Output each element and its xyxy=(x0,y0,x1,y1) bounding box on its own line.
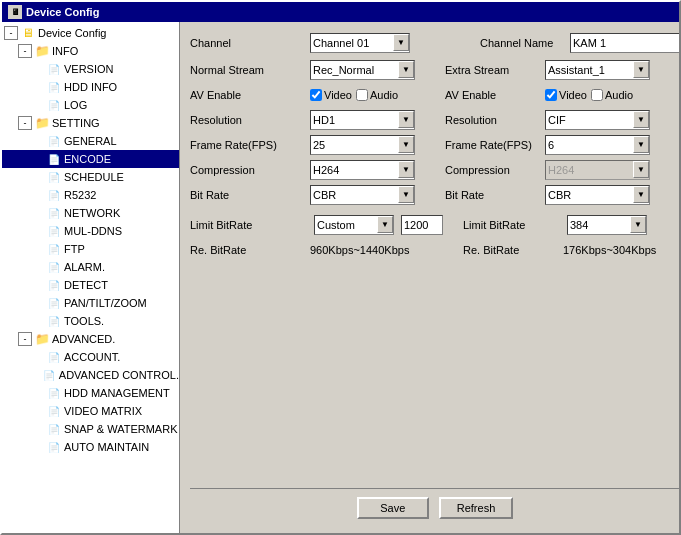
video-label: Video xyxy=(324,89,352,101)
video-right-checkbox[interactable] xyxy=(545,89,557,101)
video-checkbox-label[interactable]: Video xyxy=(310,89,352,101)
sidebar-item-hdd-management[interactable]: 📄 HDD MANAGEMENT xyxy=(2,384,179,402)
sidebar-label-encode: ENCODE xyxy=(64,153,111,165)
sidebar-item-snap-watermark[interactable]: 📄 SNAP & WATERMARK xyxy=(2,420,179,438)
sidebar-item-encode[interactable]: 📄 ENCODE xyxy=(2,150,179,168)
sidebar-item-mul-ddns[interactable]: 📄 MUL-DDNS xyxy=(2,222,179,240)
sidebar-item-version[interactable]: 📄 VERSION xyxy=(2,60,179,78)
limit-type-wrap: Custom64Kbps128Kbps ▼ xyxy=(314,215,394,235)
resolution-left-select[interactable]: HD1D1CIFQCIF xyxy=(310,110,415,130)
video-right-label: Video xyxy=(559,89,587,101)
sidebar-item-device-config[interactable]: - 🖥 Device Config xyxy=(2,24,179,42)
sidebar-item-ftp[interactable]: 📄 FTP xyxy=(2,240,179,258)
sidebar-item-advanced-control[interactable]: 📄 ADVANCED CONTROL. xyxy=(2,366,179,384)
limit-right-wrap: 384512768 ▼ xyxy=(567,215,647,235)
frame-rate-left-wrap: 25201510 ▼ xyxy=(310,135,415,155)
sidebar-item-hdd-info[interactable]: 📄 HDD INFO xyxy=(2,78,179,96)
compression-left-row: Compression H264 ▼ xyxy=(190,159,425,181)
limit-bitrate-left-row: Limit BitRate Custom64Kbps128Kbps ▼ xyxy=(190,214,443,236)
sidebar-item-alarm[interactable]: 📄 ALARM. xyxy=(2,258,179,276)
av-enable-right-row: AV Enable Video Audio xyxy=(445,84,679,106)
sidebar-label-detect: DETECT xyxy=(64,279,108,291)
resolution-right-label: Resolution xyxy=(445,114,545,126)
normal-stream-select[interactable]: Rec_Normal xyxy=(310,60,415,80)
sidebar-item-auto-maintain[interactable]: 📄 AUTO MAINTAIN xyxy=(2,438,179,456)
file-icon-snap: 📄 xyxy=(46,421,62,437)
audio-checkbox[interactable] xyxy=(356,89,368,101)
sidebar-item-video-matrix[interactable]: 📄 VIDEO MATRIX xyxy=(2,402,179,420)
compression-left-select[interactable]: H264 xyxy=(310,160,415,180)
sidebar-label-tools: TOOLS. xyxy=(64,315,104,327)
sidebar: - 🖥 Device Config - 📁 INFO 📄 VERSION 📄 xyxy=(2,22,180,533)
limit-type-select[interactable]: Custom64Kbps128Kbps xyxy=(314,215,394,235)
re-bitrate-left-value: 960Kbps~1440Kbps xyxy=(310,244,409,256)
sidebar-item-setting[interactable]: - 📁 SETTING xyxy=(2,114,179,132)
channel-name-input[interactable] xyxy=(570,33,679,53)
sidebar-item-schedule[interactable]: 📄 SCHEDULE xyxy=(2,168,179,186)
sidebar-label-adv-ctrl: ADVANCED CONTROL. xyxy=(59,369,179,381)
sidebar-item-account[interactable]: 📄 ACCOUNT. xyxy=(2,348,179,366)
audio-right-checkbox-label[interactable]: Audio xyxy=(591,89,633,101)
video-checkbox[interactable] xyxy=(310,89,322,101)
sidebar-label-advanced: ADVANCED. xyxy=(52,333,115,345)
limit-value-input[interactable] xyxy=(401,215,443,235)
sidebar-item-info[interactable]: - 📁 INFO xyxy=(2,42,179,60)
resolution-right-select[interactable]: CIFD1HD1 xyxy=(545,110,650,130)
sidebar-item-detect[interactable]: 📄 DETECT xyxy=(2,276,179,294)
sidebar-item-general[interactable]: 📄 GENERAL xyxy=(2,132,179,150)
video-right-checkbox-label[interactable]: Video xyxy=(545,89,587,101)
extra-stream-row: Extra Stream Assistant_1Assistant_2 ▼ xyxy=(445,59,679,81)
expand-icon-info[interactable]: - xyxy=(18,44,32,58)
bit-rate-right-label: Bit Rate xyxy=(445,189,545,201)
extra-stream-select[interactable]: Assistant_1Assistant_2 xyxy=(545,60,650,80)
refresh-button[interactable]: Refresh xyxy=(439,497,514,519)
frame-rate-left-select[interactable]: 25201510 xyxy=(310,135,415,155)
channel-select[interactable]: Channel 01 xyxy=(310,33,410,53)
folder-icon-info: 📁 xyxy=(34,43,50,59)
save-button[interactable]: Save xyxy=(357,497,429,519)
frame-rate-right-wrap: 6543 ▼ xyxy=(545,135,650,155)
limit-bitrate-right-label: Limit BitRate xyxy=(463,219,563,231)
sidebar-label-info: INFO xyxy=(52,45,78,57)
file-icon-encode: 📄 xyxy=(46,151,62,167)
sidebar-label-video-matrix: VIDEO MATRIX xyxy=(64,405,142,417)
sidebar-label-device-config: Device Config xyxy=(38,27,106,39)
resolution-right-row: Resolution CIFD1HD1 ▼ xyxy=(445,109,679,131)
bit-rate-left-select[interactable]: CBRVBR xyxy=(310,185,415,205)
bit-rate-left-wrap: CBRVBR ▼ xyxy=(310,185,415,205)
file-icon-tools: 📄 xyxy=(46,313,62,329)
sidebar-label-schedule: SCHEDULE xyxy=(64,171,124,183)
audio-right-label: Audio xyxy=(605,89,633,101)
limit-bitrate-left-label: Limit BitRate xyxy=(190,219,310,231)
sidebar-item-log[interactable]: 📄 LOG xyxy=(2,96,179,114)
audio-checkbox-label[interactable]: Audio xyxy=(356,89,398,101)
expand-icon-setting[interactable]: - xyxy=(18,116,32,130)
resolution-left-wrap: HD1D1CIFQCIF ▼ xyxy=(310,110,415,130)
extra-stream-wrap: Assistant_1Assistant_2 ▼ xyxy=(545,60,650,80)
audio-right-checkbox[interactable] xyxy=(591,89,603,101)
file-icon-ftp: 📄 xyxy=(46,241,62,257)
sidebar-item-tools[interactable]: 📄 TOOLS. xyxy=(2,312,179,330)
bit-rate-right-select[interactable]: CBRVBR xyxy=(545,185,650,205)
bit-rate-right-wrap: CBRVBR ▼ xyxy=(545,185,650,205)
title-icon: 🖥 xyxy=(8,5,22,19)
sidebar-item-network[interactable]: 📄 NETWORK xyxy=(2,204,179,222)
av-enable-right-label: AV Enable xyxy=(445,89,545,101)
sidebar-item-pan-tilt-zoom[interactable]: 📄 PAN/TILT/ZOOM xyxy=(2,294,179,312)
sidebar-label-hdd-mgmt: HDD MANAGEMENT xyxy=(64,387,170,399)
compression-right-select[interactable]: H264 xyxy=(545,160,650,180)
av-enable-left-label: AV Enable xyxy=(190,89,310,101)
limit-right-select[interactable]: 384512768 xyxy=(567,215,647,235)
bit-rate-left-row: Bit Rate CBRVBR ▼ xyxy=(190,184,425,206)
normal-stream-label: Normal Stream xyxy=(190,64,310,76)
limit-right-col: Limit BitRate 384512768 ▼ Re. BitRate 17… xyxy=(463,214,679,261)
normal-stream-wrap: Rec_Normal ▼ xyxy=(310,60,415,80)
expand-icon-advanced[interactable]: - xyxy=(18,332,32,346)
sidebar-item-advanced[interactable]: - 📁 ADVANCED. xyxy=(2,330,179,348)
compression-right-row: Compression H264 ▼ xyxy=(445,159,679,181)
frame-rate-right-select[interactable]: 6543 xyxy=(545,135,650,155)
sidebar-item-r5232[interactable]: 📄 R5232 xyxy=(2,186,179,204)
sidebar-label-mul-ddns: MUL-DDNS xyxy=(64,225,122,237)
sidebar-label-ftp: FTP xyxy=(64,243,85,255)
expand-icon[interactable]: - xyxy=(4,26,18,40)
